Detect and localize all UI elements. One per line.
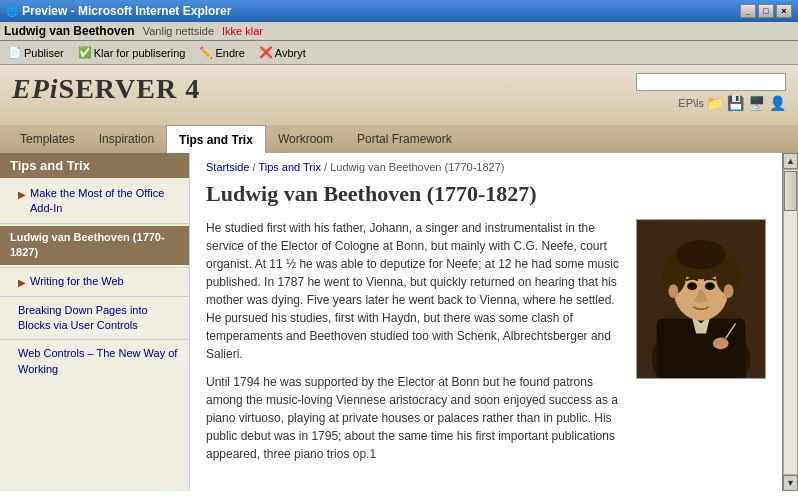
arrow-icon-2: ▶ xyxy=(18,276,26,290)
arrow-icon: ▶ xyxy=(18,188,26,202)
epi-header: EPiSERVER 4 EP\ls 📁 💾 🖥️ 👤 xyxy=(0,65,798,125)
sidebar-item-breaking-down[interactable]: Breaking Down Pages into Blocks via User… xyxy=(0,299,189,338)
status-label: Vanlig nettside xyxy=(143,25,214,37)
title-bar: 🌐 Preview - Microsoft Internet Explorer … xyxy=(0,0,798,22)
close-button[interactable]: × xyxy=(776,4,792,18)
svg-point-13 xyxy=(707,283,711,287)
body-paragraph-2: Until 1794 he was supported by the Elect… xyxy=(206,373,624,463)
beethoven-image xyxy=(636,219,766,379)
scroll-down-button[interactable]: ▼ xyxy=(783,475,798,491)
endre-label: Endre xyxy=(215,47,244,59)
outer-scrollbar: ▲ ▼ xyxy=(782,153,798,491)
epi-logo-text: EPi xyxy=(12,73,59,104)
ie-toolbar: Ludwig van Beethoven Vanlig nettside Ikk… xyxy=(0,22,798,41)
sidebar-divider-4 xyxy=(0,339,189,340)
nav-item-portal-framework[interactable]: Portal Framework xyxy=(345,125,464,153)
scrollbar-thumb[interactable] xyxy=(784,171,797,211)
svg-point-9 xyxy=(676,240,725,270)
svg-point-14 xyxy=(669,284,679,298)
scroll-up-button[interactable]: ▲ xyxy=(783,153,798,169)
minimize-button[interactable]: _ xyxy=(740,4,756,18)
svg-point-16 xyxy=(713,337,729,349)
content-body: He studied first with his father, Johann… xyxy=(206,219,766,463)
sidebar-item-web-controls[interactable]: Web Controls – The New Way of Working xyxy=(0,342,189,381)
window-icon: 🌐 xyxy=(6,6,18,17)
window-title: Preview - Microsoft Internet Explorer xyxy=(22,4,231,18)
klar-button[interactable]: ✅ Klar for publisering xyxy=(74,44,190,61)
ie-buttons-bar: 📄 Publiser ✅ Klar for publisering ✏️ End… xyxy=(0,41,798,65)
page-title: Ludwig van Beethoven (1770-1827) xyxy=(206,181,766,207)
monitor-icon[interactable]: 🖥️ xyxy=(748,95,765,111)
sidebar-divider-2 xyxy=(0,267,189,268)
svg-point-12 xyxy=(689,283,693,287)
content-area: Tips and Trix ▶ Make the Most of the Off… xyxy=(0,153,782,491)
epi-logo: EPiSERVER 4 xyxy=(12,73,200,105)
sidebar-title: Tips and Trix xyxy=(0,153,189,178)
path-icons: 📁 💾 🖥️ 👤 xyxy=(706,95,786,111)
breadcrumb-startside[interactable]: Startside xyxy=(206,161,249,173)
sidebar-divider-3 xyxy=(0,296,189,297)
sidebar-item-beethoven[interactable]: Ludwig van Beethoven (1770-1827) xyxy=(0,226,189,265)
scrollbar-track[interactable] xyxy=(783,169,798,475)
klar-label: Klar for publisering xyxy=(94,47,186,59)
beethoven-portrait-svg xyxy=(637,219,765,379)
main-content: Startside / Tips and Trix / Ludwig van B… xyxy=(190,153,782,491)
sidebar: Tips and Trix ▶ Make the Most of the Off… xyxy=(0,153,190,491)
nav-item-workroom[interactable]: Workroom xyxy=(266,125,345,153)
breadcrumb-tips-and-trix[interactable]: Tips and Trix xyxy=(258,161,321,173)
endre-button[interactable]: ✏️ Endre xyxy=(195,44,248,61)
breadcrumb: Startside / Tips and Trix / Ludwig van B… xyxy=(206,161,766,173)
avbryt-label: Avbryt xyxy=(275,47,306,59)
avbryt-icon: ❌ xyxy=(259,46,273,59)
main-outer: Tips and Trix ▶ Make the Most of the Off… xyxy=(0,153,798,491)
sidebar-item-make-most[interactable]: ▶ Make the Most of the Office Add-In xyxy=(0,182,189,221)
maximize-button[interactable]: □ xyxy=(758,4,774,18)
page-name: Ludwig van Beethoven xyxy=(4,24,135,38)
nav-bar: Templates Inspiration Tips and Trix Work… xyxy=(0,125,798,153)
body-paragraph-1: He studied first with his father, Johann… xyxy=(206,219,624,363)
search-input[interactable] xyxy=(636,73,786,91)
klar-icon: ✅ xyxy=(78,46,92,59)
nav-item-tips-and-trix[interactable]: Tips and Trix xyxy=(166,125,266,153)
avbryt-button[interactable]: ❌ Avbryt xyxy=(255,44,310,61)
epi-header-right: EP\ls 📁 💾 🖥️ 👤 xyxy=(636,73,786,111)
window-controls: _ □ × xyxy=(740,4,792,18)
breadcrumb-current: Ludwig van Beethoven (1770-1827) xyxy=(330,161,504,173)
publiser-icon: 📄 xyxy=(8,46,22,59)
sidebar-item-writing-web[interactable]: ▶ Writing for the Web xyxy=(0,270,189,294)
publiser-label: Publiser xyxy=(24,47,64,59)
user-icon[interactable]: 👤 xyxy=(769,95,786,111)
nav-item-inspiration[interactable]: Inspiration xyxy=(87,125,166,153)
nav-item-templates[interactable]: Templates xyxy=(8,125,87,153)
epi-path: EP\ls 📁 💾 🖥️ 👤 xyxy=(678,95,786,111)
sidebar-divider-1 xyxy=(0,223,189,224)
publiser-button[interactable]: 📄 Publiser xyxy=(4,44,68,61)
path-text: EP\ls xyxy=(678,97,704,109)
svg-point-15 xyxy=(724,284,734,298)
not-ready-label: Ikke klar xyxy=(222,25,263,37)
save-icon[interactable]: 💾 xyxy=(727,95,744,111)
endre-icon: ✏️ xyxy=(199,46,213,59)
main-area: EPiSERVER 4 EP\ls 📁 💾 🖥️ 👤 Templates Ins… xyxy=(0,65,798,491)
content-text: He studied first with his father, Johann… xyxy=(206,219,624,463)
folder-icon[interactable]: 📁 xyxy=(706,95,723,111)
